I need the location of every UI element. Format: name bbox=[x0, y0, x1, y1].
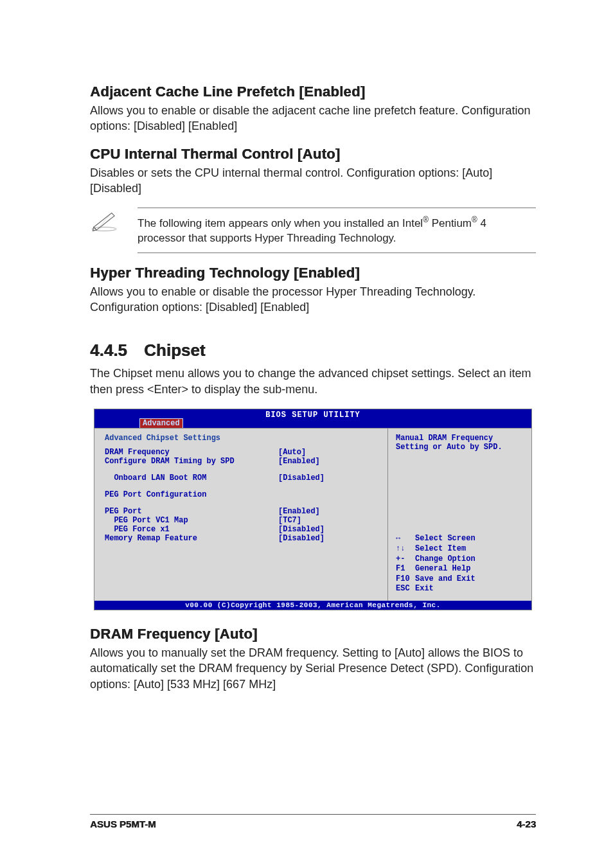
desc-adj-cache: Allows you to enable or disable the adja… bbox=[90, 103, 536, 134]
bios-setting-label: PEG Force x1 bbox=[105, 525, 278, 534]
bios-key-label: Select Screen bbox=[415, 534, 475, 543]
note-pre: The following item appears only when you… bbox=[138, 217, 423, 229]
note-block: The following item appears only when you… bbox=[90, 208, 536, 253]
bios-setting-row[interactable]: DRAM Frequency[Auto] bbox=[105, 448, 381, 457]
bios-setting-label: PEG Port VC1 Map bbox=[105, 516, 278, 525]
registered-mark-1: ® bbox=[423, 215, 429, 224]
bios-key-label: General Help bbox=[415, 564, 470, 573]
desc-hyper-threading: Allows you to enable or disable the proc… bbox=[90, 284, 536, 315]
bios-key-row: ↑↓Select Item bbox=[396, 544, 525, 554]
desc-cpu-thermal: Disables or sets the CPU internal therma… bbox=[90, 165, 536, 197]
bios-key-row: F10Save and Exit bbox=[396, 574, 525, 585]
heading-cpu-thermal: CPU Internal Thermal Control [Auto] bbox=[90, 146, 536, 163]
note-text: The following item appears only when you… bbox=[138, 208, 536, 253]
bios-key-icon: ↔ bbox=[396, 534, 415, 544]
bios-key-icon: ↑↓ bbox=[396, 544, 415, 554]
bios-setting-row[interactable]: Onboard LAN Boot ROM[Disabled] bbox=[105, 474, 381, 483]
footer-page-number: 4-23 bbox=[517, 819, 536, 829]
bios-key-icon: F1 bbox=[396, 564, 415, 574]
section-title: Chipset bbox=[144, 341, 205, 360]
svg-line-2 bbox=[98, 215, 112, 231]
note-mid: Pentium bbox=[429, 217, 472, 229]
bios-setting-label: Configure DRAM Timing by SPD bbox=[105, 457, 278, 466]
bios-setting-row[interactable]: Memory Remap Feature[Disabled] bbox=[105, 534, 381, 543]
bios-setting-label: Onboard LAN Boot ROM bbox=[105, 474, 278, 483]
bios-setting-label: PEG Port bbox=[105, 507, 278, 516]
heading-adj-cache: Adjacent Cache Line Prefetch [Enabled] bbox=[90, 84, 536, 100]
bios-setting-value: [Auto] bbox=[278, 448, 381, 457]
bios-footer: v00.00 (C)Copyright 1985-2003, American … bbox=[94, 601, 531, 610]
footer-product: ASUS P5MT-M bbox=[90, 819, 156, 829]
bios-title-bar: BIOS SETUP UTILITY Advanced bbox=[94, 409, 531, 428]
bios-setting-value: [TC7] bbox=[278, 516, 381, 525]
bios-setting-value: [Enabled] bbox=[278, 457, 381, 466]
heading-hyper-threading: Hyper Threading Technology [Enabled] bbox=[90, 265, 536, 281]
bios-key-icon: +- bbox=[396, 554, 415, 565]
bios-body: Advanced Chipset Settings DRAM Frequency… bbox=[94, 428, 531, 601]
bios-setting-value bbox=[278, 490, 381, 499]
bios-key-label: Change Option bbox=[415, 554, 475, 563]
bios-key-label: Exit bbox=[415, 584, 434, 593]
desc-dram-frequency: Allows you to manually set the DRAM freq… bbox=[90, 645, 536, 692]
bios-key-row: F1General Help bbox=[396, 564, 525, 574]
section-number: 4.4.5 bbox=[90, 341, 144, 360]
bios-right-pane: Manual DRAM Frequency Setting or Auto by… bbox=[387, 429, 531, 601]
bios-left-heading: Advanced Chipset Settings bbox=[105, 434, 381, 443]
bios-key-icon: F10 bbox=[396, 574, 415, 585]
bios-key-label: Save and Exit bbox=[415, 574, 475, 583]
bios-setting-row[interactable]: PEG Port VC1 Map[TC7] bbox=[105, 516, 381, 525]
section-heading-chipset: 4.4.5Chipset bbox=[90, 341, 536, 360]
bios-setting-label: DRAM Frequency bbox=[105, 448, 278, 457]
bios-key-label: Select Item bbox=[415, 544, 466, 553]
bios-setting-value: [Disabled] bbox=[278, 474, 381, 483]
bios-setting-row[interactable]: PEG Force x1[Disabled] bbox=[105, 525, 381, 534]
bios-key-row: ↔Select Screen bbox=[396, 534, 525, 544]
pencil-note-icon bbox=[90, 208, 118, 235]
registered-mark-2: ® bbox=[472, 215, 477, 224]
bios-setting-row[interactable]: PEG Port Configuration bbox=[105, 490, 381, 499]
bios-help-text: Manual DRAM Frequency Setting or Auto by… bbox=[396, 434, 525, 452]
bios-screenshot: BIOS SETUP UTILITY Advanced Advanced Chi… bbox=[94, 409, 532, 610]
bios-setting-value: [Disabled] bbox=[278, 525, 381, 534]
bios-key-row: ESCExit bbox=[396, 584, 525, 594]
bios-setting-row[interactable]: Configure DRAM Timing by SPD[Enabled] bbox=[105, 457, 381, 466]
bios-left-pane: Advanced Chipset Settings DRAM Frequency… bbox=[94, 429, 387, 601]
bios-key-icon: ESC bbox=[396, 584, 415, 594]
page-footer: ASUS P5MT-M 4-23 bbox=[90, 814, 536, 829]
bios-setting-value: [Enabled] bbox=[278, 507, 381, 516]
bios-key-row: +-Change Option bbox=[396, 554, 525, 565]
bios-tab-advanced[interactable]: Advanced bbox=[139, 418, 183, 428]
bios-key-legend: ↔Select Screen↑↓Select Item+-Change Opti… bbox=[396, 534, 525, 594]
bios-setting-value: [Disabled] bbox=[278, 534, 381, 543]
bios-setting-label: Memory Remap Feature bbox=[105, 534, 278, 543]
manual-page: Adjacent Cache Line Prefetch [Enabled] A… bbox=[0, 0, 613, 868]
bios-setting-label: PEG Port Configuration bbox=[105, 490, 278, 499]
bios-setting-row[interactable]: PEG Port[Enabled] bbox=[105, 507, 381, 516]
section-intro: The Chipset menu allows you to change th… bbox=[90, 366, 536, 397]
heading-dram-frequency: DRAM Frequency [Auto] bbox=[90, 626, 536, 642]
